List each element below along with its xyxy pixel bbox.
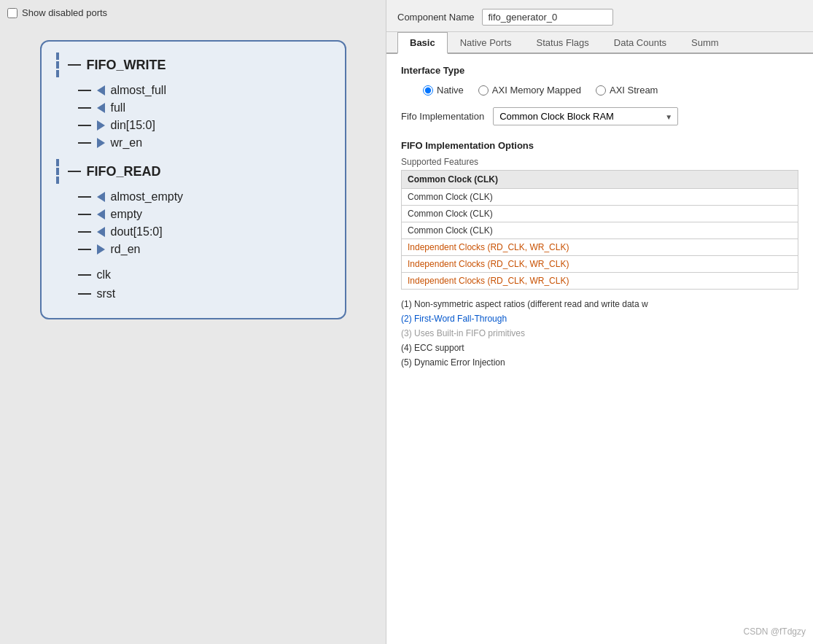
- show-disabled-row[interactable]: Show disabled ports: [7, 7, 378, 18]
- fifo-write-bars: [56, 53, 59, 77]
- arrow-left-icon: [97, 209, 105, 220]
- right-panel: Component Name fifo_generator_0 Basic Na…: [386, 0, 813, 644]
- radio-native-input[interactable]: [423, 85, 433, 96]
- fifo-write-label: FIFO_WRITE: [87, 58, 166, 73]
- table-cell: Common Clock (CLK): [402, 189, 798, 206]
- port-dash: [78, 196, 91, 198]
- feature-note-4: (4) ECC support: [401, 341, 798, 355]
- bar-seg-3: [56, 176, 59, 184]
- port-srst: srst: [97, 287, 116, 300]
- arrow-left-icon: [97, 192, 105, 202]
- feature-note-3: (3) Uses Built-in FIFO primitives: [401, 326, 798, 341]
- bar-seg-1: [56, 159, 59, 166]
- port-dash: [78, 107, 91, 109]
- port-item-full: full: [78, 99, 330, 117]
- table-row-orange: Independent Clocks (RD_CLK, WR_CLK): [402, 273, 798, 290]
- fifo-impl-wrapper: Common Clock Block RAM Common Clock Shif…: [493, 107, 678, 125]
- port-din: din[15:0]: [111, 119, 155, 132]
- arrow-right-icon: [97, 120, 105, 131]
- port-rd-en: rd_en: [111, 243, 141, 256]
- feature-note-1: (1) Non-symmetric aspect ratios (differe…: [401, 297, 798, 311]
- port-dash: [78, 231, 91, 233]
- fifo-write-port-list: almost_full full din[15:0] wr_en: [56, 82, 330, 152]
- port-item-wr-en: wr_en: [78, 134, 330, 152]
- fifo-write-dash: [68, 64, 81, 66]
- radio-native[interactable]: Native: [423, 85, 464, 96]
- table-row-orange: Independent Clocks (RD_CLK, WR_CLK): [402, 256, 798, 273]
- port-dash: [78, 125, 91, 126]
- table-cell: Common Clock (CLK): [402, 222, 798, 239]
- radio-axi-stream[interactable]: AXI Stream: [596, 85, 658, 96]
- tab-status-flags[interactable]: Status Flags: [524, 32, 602, 54]
- radio-axi-mm-label: AXI Memory Mapped: [492, 85, 581, 96]
- bar-seg-2: [56, 168, 59, 175]
- tab-basic[interactable]: Basic: [397, 32, 448, 54]
- port-item-dout: dout[15:0]: [78, 223, 330, 241]
- arrow-right-icon: [97, 138, 105, 148]
- fifo-write-group: FIFO_WRITE almost_full full din[15:0]: [56, 53, 330, 152]
- component-name-label: Component Name: [397, 12, 475, 23]
- fifo-impl-row: Fifo Implementation Common Clock Block R…: [401, 107, 798, 125]
- tabs-bar: Basic Native Ports Status Flags Data Cou…: [386, 32, 813, 54]
- features-table-header: Common Clock (CLK): [402, 171, 798, 189]
- table-row-orange: Independent Clocks (RD_CLK, WR_CLK): [402, 239, 798, 256]
- interface-type-row: Native AXI Memory Mapped AXI Stream: [401, 85, 798, 96]
- radio-axi-stream-label: AXI Stream: [610, 85, 658, 96]
- port-wr-en: wr_en: [111, 136, 143, 150]
- table-row: Common Clock (CLK): [402, 189, 798, 206]
- port-dash: [78, 214, 91, 215]
- table-cell: Independent Clocks (RD_CLK, WR_CLK): [402, 239, 798, 256]
- port-dash: [78, 274, 91, 276]
- radio-native-label: Native: [437, 85, 464, 96]
- port-item-srst: srst: [78, 284, 330, 303]
- interface-type-section-title: Interface Type: [401, 65, 798, 76]
- table-row: Common Clock (CLK): [402, 206, 798, 222]
- radio-axi-mm[interactable]: AXI Memory Mapped: [478, 85, 581, 96]
- port-item-almost-full: almost_full: [78, 82, 330, 99]
- port-almost-empty: almost_empty: [111, 190, 184, 203]
- left-panel: Show disabled ports FIFO_WRITE almost_fu…: [0, 0, 386, 644]
- arrow-left-icon: [97, 85, 105, 96]
- fifo-options-title: FIFO Implementation Options: [401, 140, 798, 151]
- feature-note-2: (2) First-Word Fall-Through: [401, 311, 798, 326]
- table-cell: Common Clock (CLK): [402, 206, 798, 222]
- tab-data-counts[interactable]: Data Counts: [602, 32, 679, 54]
- port-item-din: din[15:0]: [78, 117, 330, 134]
- port-dash: [78, 90, 91, 91]
- features-table: Common Clock (CLK) Common Clock (CLK) Co…: [401, 170, 798, 290]
- arrow-left-icon: [97, 103, 105, 113]
- fifo-read-group: FIFO_READ almost_empty empty dout[15:0]: [56, 159, 330, 258]
- port-dash: [78, 142, 91, 144]
- fifo-read-bars: [56, 159, 59, 184]
- fifo-read-header: FIFO_READ: [56, 159, 330, 184]
- watermark: CSDN @fTdgzy: [743, 626, 806, 637]
- component-name-input[interactable]: fifo_generator_0: [482, 9, 613, 26]
- feature-note-5: (5) Dynamic Error Injection: [401, 355, 798, 370]
- table-cell: Independent Clocks (RD_CLK, WR_CLK): [402, 273, 798, 290]
- port-dout: dout[15:0]: [111, 225, 163, 238]
- port-empty: empty: [111, 208, 143, 221]
- table-row: Common Clock (CLK): [402, 222, 798, 239]
- show-disabled-checkbox[interactable]: [7, 8, 17, 18]
- tab-native-ports[interactable]: Native Ports: [448, 32, 524, 54]
- fifo-impl-select[interactable]: Common Clock Block RAM Common Clock Shif…: [493, 107, 678, 125]
- component-name-row: Component Name fifo_generator_0: [386, 0, 813, 32]
- fifo-impl-label: Fifo Implementation: [401, 111, 484, 122]
- fifo-write-header: FIFO_WRITE: [56, 53, 330, 77]
- fifo-read-label: FIFO_READ: [87, 164, 161, 179]
- table-cell: Independent Clocks (RD_CLK, WR_CLK): [402, 256, 798, 273]
- fifo-diagram-box: FIFO_WRITE almost_full full din[15:0]: [40, 40, 346, 319]
- port-item-rd-en: rd_en: [78, 241, 330, 258]
- port-dash: [78, 249, 91, 250]
- radio-axi-stream-input[interactable]: [596, 85, 606, 96]
- bar-seg-2: [56, 61, 59, 69]
- tab-summ[interactable]: Summ: [679, 32, 731, 54]
- show-disabled-label: Show disabled ports: [22, 7, 107, 18]
- radio-axi-mm-input[interactable]: [478, 85, 489, 96]
- supported-features-label: Supported Features: [401, 157, 798, 167]
- port-item-almost-empty: almost_empty: [78, 188, 330, 206]
- feature-notes: (1) Non-symmetric aspect ratios (differe…: [401, 297, 798, 370]
- bar-seg-3: [56, 70, 59, 77]
- fifo-read-dash: [68, 171, 81, 172]
- port-clk: clk: [97, 268, 112, 282]
